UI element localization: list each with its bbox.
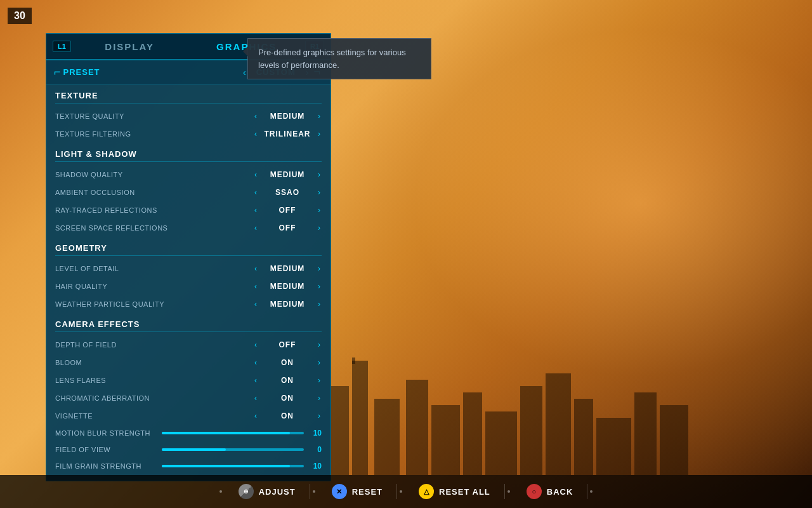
ambient-occlusion-control: ‹ SSAO › xyxy=(253,187,322,198)
texture-filtering-prev[interactable]: ‹ xyxy=(253,128,258,140)
ray-traced-row: RAY-TRACED REFLECTIONS ‹ OFF › xyxy=(46,201,331,219)
separator-1 xyxy=(219,490,222,493)
vignette-row: VIGNETTE ‹ ON › xyxy=(46,407,331,425)
lens-flares-prev[interactable]: ‹ xyxy=(253,375,258,386)
bloom-prev[interactable]: ‹ xyxy=(253,357,258,368)
hair-quality-next[interactable]: › xyxy=(317,281,322,292)
film-grain-track[interactable] xyxy=(162,465,304,467)
dof-label: DEPTH OF FIELD xyxy=(55,341,253,349)
ambient-occlusion-value: SSAO xyxy=(262,188,313,197)
adjust-action[interactable]: ⊕ ADJUST xyxy=(225,484,310,499)
shadow-quality-control: ‹ MEDIUM › xyxy=(253,169,322,180)
weather-particle-prev[interactable]: ‹ xyxy=(253,298,258,310)
chromatic-next[interactable]: › xyxy=(317,392,322,404)
back-button-icon: ○ xyxy=(527,484,542,499)
screen-space-row: SCREEN SPACE REFLECTIONS ‹ OFF › xyxy=(46,219,331,237)
vignette-control: ‹ ON › xyxy=(253,410,322,422)
vignette-value: ON xyxy=(262,411,313,420)
bottom-bar: ⊕ ADJUST ✕ RESET △ RESET ALL ○ BACK xyxy=(0,475,812,508)
hair-quality-control: ‹ MEDIUM › xyxy=(253,281,322,292)
film-grain-row: FILM GRAIN STRENGTH 10 xyxy=(46,458,331,474)
screen-space-next[interactable]: › xyxy=(317,222,322,234)
lens-flares-next[interactable]: › xyxy=(317,375,322,386)
texture-header: TEXTURE xyxy=(46,84,331,103)
dof-next[interactable]: › xyxy=(317,339,322,351)
lod-next[interactable]: › xyxy=(317,263,322,274)
texture-quality-row: TEXTURE QUALITY ‹ MEDIUM › xyxy=(46,107,331,125)
shadow-quality-label: SHADOW QUALITY xyxy=(55,171,253,178)
reset-action[interactable]: ✕ RESET xyxy=(318,484,397,499)
separator-2 xyxy=(313,490,315,493)
separator-5 xyxy=(590,490,593,493)
texture-quality-prev[interactable]: ‹ xyxy=(253,110,258,122)
ambient-occlusion-label: AMBIENT OCCLUSION xyxy=(55,189,253,196)
ray-traced-control: ‹ OFF › xyxy=(253,204,322,216)
texture-filtering-next[interactable]: › xyxy=(317,128,322,140)
chromatic-prev[interactable]: ‹ xyxy=(253,392,258,404)
geometry-divider xyxy=(55,255,322,256)
settings-panel: L1 DISPLAY GRAPHICS R1 ⌐ PRESET ‹ CUSTOM… xyxy=(46,33,331,481)
dof-control: ‹ OFF › xyxy=(253,339,322,351)
bloom-control: ‹ ON › xyxy=(253,357,322,368)
vignette-next[interactable]: › xyxy=(317,410,322,422)
hair-quality-prev[interactable]: ‹ xyxy=(253,281,258,292)
motion-blur-track[interactable] xyxy=(162,432,304,434)
weather-particle-row: WEATHER PARTICLE QUALITY ‹ MEDIUM › xyxy=(46,295,331,313)
preset-tooltip: Pre-defined graphics settings for variou… xyxy=(247,38,431,79)
hair-quality-value: MEDIUM xyxy=(262,282,313,291)
screen-space-prev[interactable]: ‹ xyxy=(253,222,258,234)
ambient-occlusion-row: AMBIENT OCCLUSION ‹ SSAO › xyxy=(46,184,331,201)
motion-blur-row: MOTION BLUR STRENGTH 10 xyxy=(46,425,331,441)
vignette-prev[interactable]: ‹ xyxy=(253,410,258,422)
lens-flares-label: LENS FLARES xyxy=(55,377,253,384)
fov-row: FIELD OF VIEW 0 xyxy=(46,441,331,458)
dof-row: DEPTH OF FIELD ‹ OFF › xyxy=(46,336,331,354)
lens-flares-value: ON xyxy=(262,376,313,385)
frame-number: 30 xyxy=(8,8,32,24)
fov-fill xyxy=(162,448,226,451)
reset-all-label: RESET ALL xyxy=(439,487,490,497)
ray-traced-prev[interactable]: ‹ xyxy=(253,204,258,216)
ray-traced-next[interactable]: › xyxy=(317,204,322,216)
bloom-next[interactable]: › xyxy=(317,357,322,368)
fov-track[interactable] xyxy=(162,448,304,451)
adjust-button-icon: ⊕ xyxy=(239,484,254,499)
back-label: BACK xyxy=(547,487,573,497)
dof-prev[interactable]: ‹ xyxy=(253,339,258,351)
ray-traced-label: RAY-TRACED REFLECTIONS xyxy=(55,206,253,214)
reset-all-button-icon: △ xyxy=(419,484,434,499)
weather-particle-value: MEDIUM xyxy=(262,300,313,309)
film-grain-label: FILM GRAIN STRENGTH xyxy=(55,462,157,470)
back-action[interactable]: ○ BACK xyxy=(513,484,588,499)
bloom-label: BLOOM xyxy=(55,359,253,366)
camera-effects-header: CAMERA EFFECTS xyxy=(46,313,331,331)
texture-quality-control: ‹ MEDIUM › xyxy=(253,110,322,122)
motion-blur-fill xyxy=(162,432,290,434)
chromatic-value: ON xyxy=(262,394,313,403)
lens-flares-row: LENS FLARES ‹ ON › xyxy=(46,371,331,389)
texture-quality-value: MEDIUM xyxy=(262,112,313,121)
weather-particle-next[interactable]: › xyxy=(317,298,322,310)
shadow-quality-row: SHADOW QUALITY ‹ MEDIUM › xyxy=(46,166,331,184)
bloom-value: ON xyxy=(262,358,313,367)
bloom-row: BLOOM ‹ ON › xyxy=(46,354,331,371)
motion-blur-value: 10 xyxy=(309,429,322,438)
separator-4 xyxy=(508,490,510,493)
ambient-occlusion-prev[interactable]: ‹ xyxy=(253,187,258,198)
adjust-label: ADJUST xyxy=(259,487,296,497)
reset-all-action[interactable]: △ RESET ALL xyxy=(405,484,505,499)
shadow-quality-next[interactable]: › xyxy=(317,169,322,180)
shadow-quality-prev[interactable]: ‹ xyxy=(253,169,258,180)
film-grain-fill xyxy=(162,465,290,467)
lod-prev[interactable]: ‹ xyxy=(253,263,258,274)
tab-display[interactable]: DISPLAY xyxy=(71,41,188,52)
texture-filtering-label: TEXTURE FILTERING xyxy=(55,130,253,138)
lod-value: MEDIUM xyxy=(262,264,313,273)
lod-row: LEVEL OF DETAIL ‹ MEDIUM › xyxy=(46,260,331,277)
ambient-occlusion-next[interactable]: › xyxy=(317,187,322,198)
texture-quality-next[interactable]: › xyxy=(317,110,322,122)
l1-indicator[interactable]: L1 xyxy=(53,41,71,52)
hair-quality-row: HAIR QUALITY ‹ MEDIUM › xyxy=(46,277,331,295)
fov-value: 0 xyxy=(309,445,322,454)
preset-label: PRESET xyxy=(63,67,241,77)
